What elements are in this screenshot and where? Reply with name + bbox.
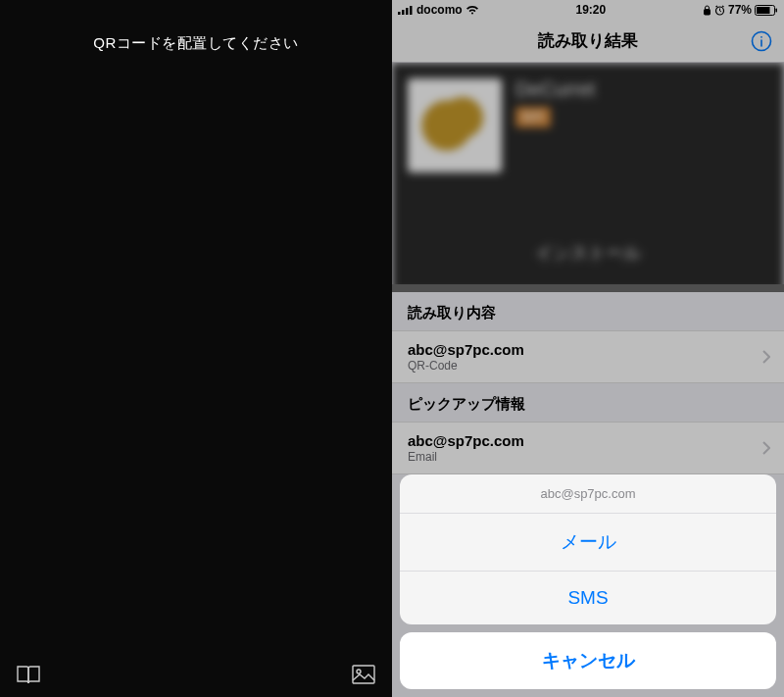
gallery-icon[interactable] bbox=[351, 664, 376, 685]
content-value: abc@sp7pc.com bbox=[408, 341, 768, 358]
install-button[interactable]: インストール bbox=[535, 241, 641, 265]
svg-point-12 bbox=[760, 35, 762, 37]
svg-rect-4 bbox=[406, 8, 409, 15]
pickup-section-header: ピックアップ情報 bbox=[392, 383, 784, 422]
pickup-cell[interactable]: abc@sp7pc.com Email bbox=[392, 422, 784, 474]
carrier-label: docomo bbox=[416, 3, 463, 17]
ad-banner[interactable]: DeCurret 無料 インストール bbox=[392, 63, 784, 292]
svg-point-1 bbox=[357, 670, 361, 673]
svg-rect-2 bbox=[398, 12, 401, 15]
mail-button[interactable]: メール bbox=[400, 514, 776, 572]
chevron-right-icon bbox=[762, 350, 770, 364]
history-icon[interactable] bbox=[16, 664, 41, 685]
qr-prompt-text: QRコードを配置してください bbox=[0, 0, 392, 53]
content-section-header: 読み取り内容 bbox=[392, 292, 784, 330]
scanner-toolbar bbox=[0, 652, 392, 697]
phone-scan-result: docomo 19:20 77% 読み取り結果 bbox=[392, 0, 784, 697]
info-button[interactable] bbox=[751, 30, 772, 52]
price-badge: 無料 bbox=[515, 107, 551, 127]
nav-title: 読み取り結果 bbox=[538, 29, 638, 52]
phone-qr-scanner: QRコードを配置してください bbox=[0, 0, 392, 697]
content-cell[interactable]: abc@sp7pc.com QR-Code bbox=[392, 330, 784, 383]
lock-icon bbox=[703, 5, 711, 16]
wifi-icon bbox=[466, 5, 479, 15]
pickup-type: Email bbox=[408, 450, 768, 464]
cancel-button[interactable]: キャンセル bbox=[400, 632, 776, 689]
svg-rect-10 bbox=[776, 8, 778, 12]
status-bar: docomo 19:20 77% bbox=[392, 0, 784, 20]
sms-button[interactable]: SMS bbox=[400, 572, 776, 624]
chevron-right-icon bbox=[762, 441, 770, 455]
pickup-value: abc@sp7pc.com bbox=[408, 432, 768, 449]
app-name: DeCurret bbox=[515, 78, 595, 101]
svg-rect-5 bbox=[410, 6, 413, 15]
svg-rect-0 bbox=[353, 666, 374, 683]
content-type: QR-Code bbox=[408, 359, 768, 373]
svg-rect-3 bbox=[402, 10, 405, 15]
battery-percent: 77% bbox=[728, 3, 752, 17]
app-icon bbox=[408, 78, 502, 173]
signal-icon bbox=[398, 5, 414, 15]
alarm-icon bbox=[714, 5, 725, 16]
action-sheet: abc@sp7pc.com メール SMS キャンセル bbox=[400, 474, 776, 689]
svg-rect-9 bbox=[757, 7, 770, 14]
battery-icon bbox=[755, 5, 778, 16]
actionsheet-title: abc@sp7pc.com bbox=[400, 474, 776, 514]
svg-rect-6 bbox=[704, 9, 710, 15]
clock-label: 19:20 bbox=[575, 3, 606, 17]
nav-bar: 読み取り結果 bbox=[392, 20, 784, 63]
